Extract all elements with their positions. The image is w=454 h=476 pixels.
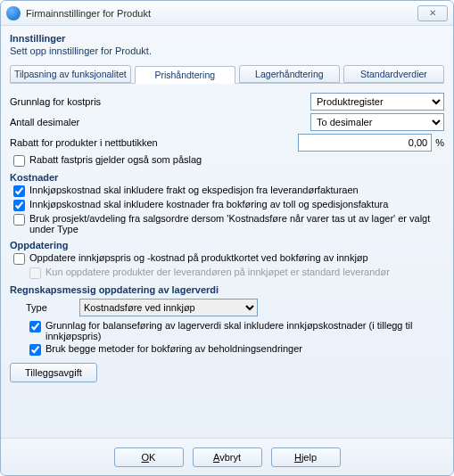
fastpris-checkbox[interactable] <box>13 155 25 167</box>
cancel-button[interactable]: Avbryt <box>193 447 262 467</box>
webshop-discount-label: Rabatt for produkter i nettbutikken <box>10 137 298 148</box>
tab-lagerhandtering[interactable]: Lagerhåndtering <box>239 65 340 83</box>
tab-tilpasning[interactable]: Tilpasning av funksjonalitet <box>10 65 131 83</box>
close-icon: ✕ <box>429 8 436 18</box>
kostnader-frakt-checkbox[interactable] <box>13 185 25 197</box>
section-oppdatering: Oppdatering <box>10 240 444 250</box>
regnskap-begge-metoder-label: Bruk begge metoder for bokføring av beho… <box>45 343 444 354</box>
type-label: Type <box>26 302 79 313</box>
header-subtitle: Sett opp innstillinger for Produkt. <box>10 45 444 56</box>
costbase-select[interactable]: Produktregister <box>310 93 444 111</box>
type-select[interactable]: Kostnadsføre ved innkjøp <box>79 299 258 316</box>
ok-button[interactable]: OK <box>114 447 184 467</box>
tab-prishandtering[interactable]: Prishåndtering <box>135 66 235 84</box>
kostnader-toll-checkbox[interactable] <box>13 200 25 211</box>
fastpris-label: Rabatt fastpris gjelder også som påslag <box>29 154 444 165</box>
kostnader-toll-label: Innkjøpskostnad skal inkludere kostnader… <box>29 199 444 209</box>
oppdatere-kun-leverandor-label: Kun oppdatere produkter der leverandøren… <box>45 267 444 277</box>
tilleggsavgift-button[interactable]: Tilleggsavgift <box>10 363 97 382</box>
content-area: Innstillinger Sett opp innstillinger for… <box>1 26 453 438</box>
section-regnskap: Regnskapsmessig oppdatering av lagerverd… <box>10 284 444 295</box>
tab-strip: Tilpasning av funksjonalitet Prishåndter… <box>10 65 444 84</box>
costbase-label: Grunnlag for kostpris <box>10 96 310 107</box>
app-icon <box>6 6 21 21</box>
help-button[interactable]: Hjelp <box>271 447 341 467</box>
regnskap-begge-metoder-checkbox[interactable] <box>29 344 41 356</box>
kostnader-frakt-label: Innkjøpskostnad skal inkludere frakt og … <box>29 185 444 195</box>
regnskap-grunnlag-checkbox[interactable] <box>29 321 41 332</box>
header-title: Innstillinger <box>10 33 444 44</box>
decimals-select[interactable]: To desimaler <box>310 113 444 131</box>
webshop-discount-input[interactable] <box>298 134 432 152</box>
oppdatere-innkjop-checkbox[interactable] <box>13 253 25 265</box>
regnskap-grunnlag-label: Grunnlag for balanseføring av lagerverdi… <box>45 320 444 341</box>
kostnader-prosjekt-label: Bruk prosjekt/avdeling fra salgsordre de… <box>29 213 444 234</box>
kostnader-prosjekt-checkbox[interactable] <box>13 214 25 226</box>
oppdatere-kun-leverandor-checkbox <box>29 267 41 279</box>
dialog-footer: OK Avbryt Hjelp <box>1 438 453 475</box>
section-kostnader: Kostnader <box>10 172 444 183</box>
decimals-label: Antall desimaler <box>10 117 310 127</box>
webshop-discount-unit: % <box>435 137 444 148</box>
dialog-window: Firmainnstillinger for Produkt ✕ Innstil… <box>0 0 454 476</box>
titlebar: Firmainnstillinger for Produkt ✕ <box>1 1 453 26</box>
oppdatere-innkjop-label: Oppdatere innkjøpspris og -kostnad på pr… <box>29 252 444 263</box>
close-button[interactable]: ✕ <box>417 5 448 21</box>
window-title: Firmainnstillinger for Produkt <box>26 8 417 19</box>
tab-standardverdier[interactable]: Standardverdier <box>343 65 444 83</box>
